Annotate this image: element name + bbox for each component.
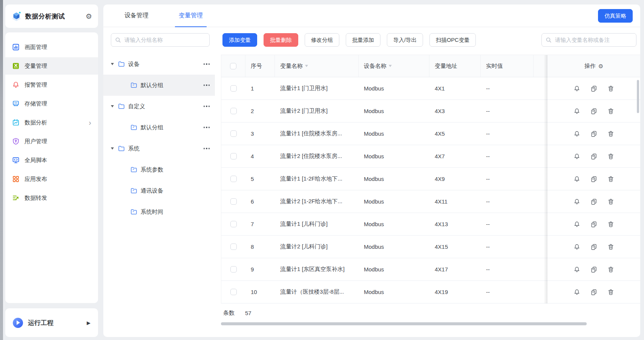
copy-icon[interactable] [590, 176, 597, 182]
alarm-bell-icon[interactable] [573, 266, 580, 273]
row-checkbox[interactable] [230, 289, 237, 295]
sidebar-item-storage-management[interactable]: 存储管理 [5, 95, 98, 112]
row-index: 10 [245, 281, 275, 303]
run-project-button[interactable]: 运行工程 ▶ [5, 308, 98, 337]
tab-variable-management[interactable]: 变量管理 [175, 5, 207, 27]
alarm-bell-icon[interactable] [573, 198, 580, 205]
alarm-bell-icon[interactable] [573, 289, 580, 296]
sidebar-item-alarm-management[interactable]: 报警管理 [5, 76, 98, 93]
variable-address: 4X17 [429, 258, 481, 280]
node-menu-icon[interactable] [204, 106, 210, 107]
row-checkbox[interactable] [230, 130, 237, 137]
delete-icon[interactable] [607, 244, 614, 250]
column-actions: 操作 ⚙ [547, 55, 640, 77]
copy-icon[interactable] [590, 198, 597, 205]
add-variable-button[interactable]: 添加变量 [222, 33, 257, 47]
copy-icon[interactable] [590, 289, 597, 296]
modify-group-button[interactable]: 修改分组 [305, 33, 339, 47]
tree-node-system-params[interactable]: 系统参数 [103, 159, 215, 180]
row-checkbox[interactable] [230, 266, 237, 273]
copy-icon[interactable] [590, 130, 597, 137]
alarm-bell-icon[interactable] [573, 108, 580, 115]
simulation-strategy-button[interactable]: 仿真策略 [598, 9, 633, 23]
folder-icon [130, 124, 137, 131]
caret-down-icon[interactable] [111, 105, 114, 107]
delete-icon[interactable] [607, 176, 614, 182]
copy-icon[interactable] [590, 221, 597, 228]
delete-icon[interactable] [607, 108, 614, 115]
tree-node-comm-device[interactable]: 通讯设备 [103, 180, 215, 201]
row-checkbox[interactable] [230, 153, 237, 159]
tree-node-system-time[interactable]: 系统时间 [103, 201, 215, 222]
vertical-scrollbar[interactable] [637, 80, 639, 113]
row-checkbox[interactable] [230, 176, 237, 182]
scan-opc-button[interactable]: 扫描OPC变量 [429, 33, 476, 47]
table-row: 8 流量计2 [儿科门诊] Modbus 4X15 -- [221, 236, 640, 258]
delete-icon[interactable] [607, 221, 614, 228]
data-forward-icon [12, 194, 20, 202]
delete-icon[interactable] [607, 85, 614, 92]
column-device-name[interactable]: 设备名称 [359, 55, 429, 77]
sidebar-item-user-management[interactable]: 用户管理 [5, 133, 98, 150]
variable-name: 流量计2 [门卫用水] [275, 100, 359, 122]
node-menu-icon[interactable] [204, 84, 210, 86]
sort-caret-icon[interactable] [305, 65, 308, 67]
column-variable-name[interactable]: 变量名称 [275, 55, 359, 77]
select-all-checkbox[interactable] [230, 63, 236, 69]
table-row: 5 流量计1 [1-2F给水地下... Modbus 4X9 -- [221, 168, 640, 190]
sidebar-item-screen-management[interactable]: 画面管理 [5, 38, 98, 56]
row-checkbox[interactable] [230, 85, 237, 92]
copy-icon[interactable] [590, 85, 597, 92]
tab-device-management[interactable]: 设备管理 [121, 5, 152, 27]
row-checkbox[interactable] [230, 108, 237, 114]
delete-icon[interactable] [607, 198, 614, 205]
copy-icon[interactable] [590, 244, 597, 250]
alarm-bell-icon[interactable] [573, 176, 580, 182]
row-index: 3 [245, 123, 275, 145]
settings-gear-icon[interactable]: ⚙ [86, 13, 92, 20]
sidebar-item-variable-management[interactable]: 变量管理 [5, 57, 98, 75]
batch-delete-button[interactable]: 批量删除 [264, 33, 298, 47]
sidebar-item-label: 应用发布 [25, 176, 47, 183]
alarm-bell-icon[interactable] [573, 130, 580, 137]
copy-icon[interactable] [590, 108, 597, 115]
alarm-bell-icon[interactable] [573, 153, 580, 160]
delete-icon[interactable] [607, 266, 614, 273]
tree-node-default-group-1[interactable]: 默认分组 [103, 75, 215, 96]
node-menu-icon[interactable] [204, 63, 210, 65]
delete-icon[interactable] [607, 153, 614, 160]
tree-node-default-group-2[interactable]: 默认分组 [103, 117, 215, 138]
node-menu-icon[interactable] [204, 148, 210, 149]
row-checkbox[interactable] [230, 198, 237, 205]
sidebar-item-data-analysis[interactable]: 数据分析 › [5, 114, 98, 131]
group-search-input[interactable] [124, 37, 205, 43]
delete-icon[interactable] [607, 289, 614, 296]
expand-right-icon[interactable]: ▶ [87, 320, 90, 326]
row-checkbox[interactable] [230, 221, 237, 227]
column-settings-icon[interactable]: ⚙ [598, 63, 603, 69]
user-management-icon [12, 138, 20, 145]
variable-name: 流量计1 [住院楼水泵房... [275, 123, 359, 145]
horizontal-scrollbar[interactable] [221, 322, 587, 325]
alarm-bell-icon[interactable] [573, 221, 580, 228]
tree-node-device[interactable]: 设备 [103, 54, 215, 75]
variable-search-input[interactable] [554, 37, 632, 43]
copy-icon[interactable] [590, 266, 597, 273]
device-name: Modbus [359, 281, 429, 303]
sidebar-item-app-publish[interactable]: 应用发布 [5, 170, 98, 188]
node-menu-icon[interactable] [204, 127, 210, 128]
import-export-button[interactable]: 导入/导出 [387, 33, 423, 47]
copy-icon[interactable] [590, 153, 597, 160]
caret-down-icon[interactable] [111, 63, 114, 65]
alarm-bell-icon[interactable] [573, 244, 580, 250]
delete-icon[interactable] [607, 130, 614, 137]
caret-down-icon[interactable] [111, 147, 114, 150]
row-checkbox[interactable] [230, 244, 237, 250]
sidebar-item-global-script[interactable]: 全局脚本 [5, 152, 98, 169]
sidebar-item-data-forward[interactable]: 数据转发 [5, 189, 98, 207]
tree-node-system[interactable]: 系统 [103, 138, 215, 159]
alarm-bell-icon[interactable] [573, 85, 580, 92]
tree-node-custom[interactable]: 自定义 [103, 96, 215, 117]
batch-add-button[interactable]: 批量添加 [346, 33, 380, 47]
sort-caret-icon[interactable] [389, 65, 392, 67]
